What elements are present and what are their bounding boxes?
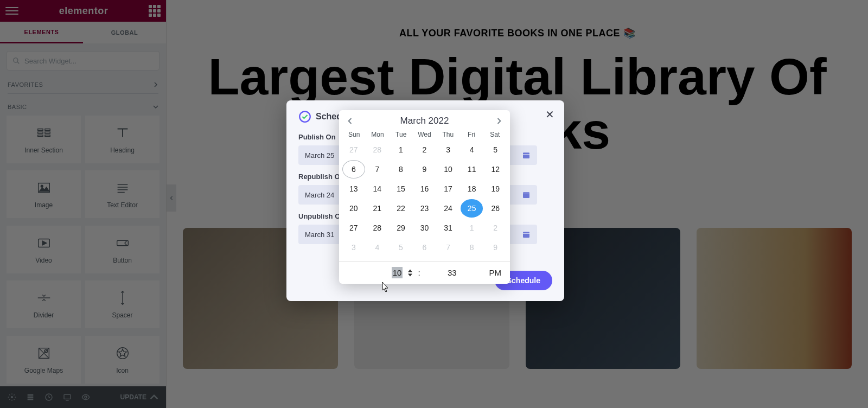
calendar-day[interactable]: 4 [461, 141, 483, 159]
calendar-day[interactable]: 3 [342, 238, 365, 257]
svg-rect-33 [523, 194, 529, 194]
svg-rect-30 [523, 152, 529, 158]
calendar-day[interactable]: 7 [437, 238, 459, 257]
calendar-day[interactable]: 10 [437, 160, 459, 178]
calendar-day[interactable]: 25 [461, 199, 483, 218]
weekday-label: Mon [366, 131, 389, 138]
calendar-day[interactable]: 24 [437, 199, 459, 218]
calendar-icon [522, 230, 531, 239]
weekday-label: Tue [390, 131, 413, 138]
calendar-weekdays: SunMonTueWedThuFriSat [339, 129, 510, 139]
mouse-cursor-icon [380, 281, 390, 294]
calendar-day[interactable]: 8 [461, 238, 483, 257]
calendar-month-label: March 2022 [400, 116, 449, 126]
calendar-day[interactable]: 1 [461, 219, 483, 237]
calendar-day[interactable]: 6 [413, 238, 436, 257]
svg-rect-31 [523, 154, 529, 155]
calendar-day[interactable]: 18 [461, 180, 483, 198]
calendar-day[interactable]: 9 [413, 160, 436, 178]
calendar-day[interactable]: 23 [413, 199, 436, 218]
calendar-day[interactable]: 8 [390, 160, 412, 178]
hour-down-icon[interactable] [407, 273, 413, 277]
calendar-day[interactable]: 2 [484, 219, 507, 237]
next-month-icon[interactable] [496, 118, 502, 124]
calendar-day[interactable]: 3 [437, 141, 459, 159]
calendar-day[interactable]: 5 [390, 238, 412, 257]
calendar-day[interactable]: 22 [390, 199, 412, 218]
calendar-day[interactable]: 27 [342, 219, 365, 237]
calendar-day[interactable]: 30 [413, 219, 436, 237]
calendar-icon [522, 151, 531, 160]
prev-month-icon[interactable] [347, 118, 353, 124]
svg-rect-34 [523, 232, 529, 238]
calendar-day[interactable]: 7 [366, 160, 389, 178]
calendar-day[interactable]: 21 [366, 199, 389, 218]
date-picker: March 2022 SunMonTueWedThuFriSat 2728123… [339, 110, 510, 284]
calendar-day[interactable]: 14 [366, 180, 389, 198]
calendar-day[interactable]: 28 [366, 219, 389, 237]
close-icon[interactable]: ✕ [545, 108, 554, 121]
calendar-day[interactable]: 31 [437, 219, 459, 237]
svg-rect-35 [523, 233, 529, 234]
ampm-toggle[interactable]: PM [480, 268, 501, 277]
republish-on-value: March 24 [305, 191, 334, 199]
calendar-day[interactable]: 9 [484, 238, 507, 257]
calendar-day[interactable]: 29 [390, 219, 412, 237]
calendar-day[interactable]: 28 [366, 141, 389, 159]
weekday-label: Sat [483, 131, 507, 138]
calendar-day[interactable]: 16 [413, 180, 436, 198]
calendar-day[interactable]: 19 [484, 180, 507, 198]
hour-input[interactable]: 10 [348, 268, 407, 277]
calendar-day[interactable]: 17 [437, 180, 459, 198]
calendar-day[interactable]: 27 [342, 141, 365, 159]
calendar-icon [522, 190, 531, 199]
hour-spinner[interactable] [407, 269, 413, 277]
calendar-day[interactable]: 15 [390, 180, 412, 198]
calendar-day[interactable]: 26 [484, 199, 507, 218]
hour-value: 10 [392, 267, 403, 278]
publish-on-value: March 25 [305, 151, 334, 160]
calendar-day[interactable]: 12 [484, 160, 507, 178]
calendar-day[interactable]: 20 [342, 199, 365, 218]
calendar-day[interactable]: 11 [461, 160, 483, 178]
minute-input[interactable]: 33 [425, 268, 480, 277]
calendar-day[interactable]: 4 [366, 238, 389, 257]
schedulepress-logo-icon [298, 110, 311, 123]
time-separator: : [413, 268, 424, 277]
calendar-day[interactable]: 13 [342, 180, 365, 198]
weekday-label: Fri [459, 131, 483, 138]
hour-up-icon[interactable] [407, 269, 413, 273]
weekday-label: Sun [342, 131, 366, 138]
weekday-label: Thu [436, 131, 459, 138]
calendar-day[interactable]: 1 [390, 141, 412, 159]
calendar-day[interactable]: 6 [342, 160, 365, 178]
calendar-day[interactable]: 5 [484, 141, 507, 159]
calendar-grid: 2728123456789101112131415161718192021222… [339, 139, 510, 261]
calendar-day[interactable]: 2 [413, 141, 436, 159]
svg-rect-32 [523, 192, 529, 198]
time-picker: 10 : 33 PM [339, 261, 510, 284]
weekday-label: Wed [413, 131, 436, 138]
unpublish-on-value: March 31 [305, 231, 334, 239]
